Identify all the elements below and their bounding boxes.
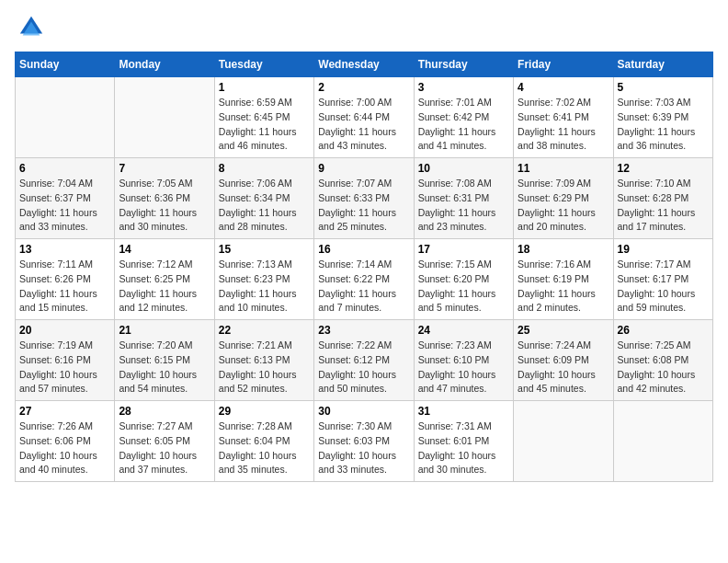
day-info: Sunrise: 7:21 AMSunset: 6:13 PMDaylight:… bbox=[219, 339, 310, 396]
calendar-cell: 16Sunrise: 7:14 AMSunset: 6:22 PMDayligh… bbox=[314, 239, 414, 320]
day-number: 3 bbox=[418, 81, 509, 94]
day-info: Sunrise: 7:15 AMSunset: 6:20 PMDaylight:… bbox=[418, 258, 509, 316]
day-info: Sunrise: 7:08 AMSunset: 6:31 PMDaylight:… bbox=[418, 177, 509, 235]
day-info: Sunrise: 7:13 AMSunset: 6:23 PMDaylight:… bbox=[219, 258, 310, 316]
day-info: Sunrise: 7:05 AMSunset: 6:36 PMDaylight:… bbox=[119, 177, 210, 235]
day-info: Sunrise: 7:26 AMSunset: 6:06 PMDaylight:… bbox=[19, 419, 110, 477]
day-header-sunday: Sunday bbox=[16, 52, 115, 77]
day-info: Sunrise: 7:22 AMSunset: 6:12 PMDaylight:… bbox=[318, 339, 409, 396]
day-number: 10 bbox=[418, 162, 509, 175]
calendar-cell: 1Sunrise: 6:59 AMSunset: 6:45 PMDaylight… bbox=[214, 77, 313, 158]
calendar-cell: 15Sunrise: 7:13 AMSunset: 6:23 PMDayligh… bbox=[214, 239, 313, 320]
day-number: 30 bbox=[318, 405, 409, 418]
calendar-cell: 20Sunrise: 7:19 AMSunset: 6:16 PMDayligh… bbox=[16, 320, 115, 401]
day-header-tuesday: Tuesday bbox=[214, 52, 313, 77]
calendar-cell: 25Sunrise: 7:24 AMSunset: 6:09 PMDayligh… bbox=[514, 320, 613, 401]
calendar-cell: 19Sunrise: 7:17 AMSunset: 6:17 PMDayligh… bbox=[613, 239, 712, 320]
header-row: SundayMondayTuesdayWednesdayThursdayFrid… bbox=[16, 52, 713, 77]
day-number: 9 bbox=[318, 162, 409, 175]
day-number: 28 bbox=[119, 405, 210, 418]
day-info: Sunrise: 7:25 AMSunset: 6:08 PMDaylight:… bbox=[618, 339, 709, 396]
calendar-cell: 29Sunrise: 7:28 AMSunset: 6:04 PMDayligh… bbox=[214, 401, 313, 482]
calendar-cell: 21Sunrise: 7:20 AMSunset: 6:15 PMDayligh… bbox=[115, 320, 214, 401]
day-number: 26 bbox=[618, 324, 709, 337]
day-number: 17 bbox=[418, 243, 509, 256]
calendar-cell: 30Sunrise: 7:30 AMSunset: 6:03 PMDayligh… bbox=[314, 401, 414, 482]
day-info: Sunrise: 7:07 AMSunset: 6:33 PMDaylight:… bbox=[318, 177, 409, 235]
calendar-cell: 5Sunrise: 7:03 AMSunset: 6:39 PMDaylight… bbox=[613, 77, 712, 158]
day-number: 31 bbox=[418, 405, 509, 418]
day-number: 14 bbox=[119, 243, 210, 256]
day-info: Sunrise: 7:27 AMSunset: 6:05 PMDaylight:… bbox=[119, 419, 210, 477]
day-number: 2 bbox=[318, 81, 409, 94]
logo-icon bbox=[18, 15, 44, 40]
calendar-table: SundayMondayTuesdayWednesdayThursdayFrid… bbox=[15, 52, 713, 482]
day-number: 5 bbox=[618, 81, 709, 94]
calendar-cell: 12Sunrise: 7:10 AMSunset: 6:28 PMDayligh… bbox=[613, 158, 712, 239]
day-info: Sunrise: 7:19 AMSunset: 6:16 PMDaylight:… bbox=[19, 339, 110, 396]
day-header-saturday: Saturday bbox=[613, 52, 712, 77]
day-info: Sunrise: 7:31 AMSunset: 6:01 PMDaylight:… bbox=[418, 419, 509, 477]
day-number: 23 bbox=[318, 324, 409, 337]
day-number: 25 bbox=[518, 324, 609, 337]
calendar-cell: 18Sunrise: 7:16 AMSunset: 6:19 PMDayligh… bbox=[514, 239, 613, 320]
calendar-cell: 23Sunrise: 7:22 AMSunset: 6:12 PMDayligh… bbox=[314, 320, 414, 401]
day-number: 29 bbox=[219, 405, 310, 418]
calendar-cell bbox=[16, 77, 115, 158]
week-row-2: 6Sunrise: 7:04 AMSunset: 6:37 PMDaylight… bbox=[16, 158, 713, 239]
day-number: 7 bbox=[119, 162, 210, 175]
week-row-5: 27Sunrise: 7:26 AMSunset: 6:06 PMDayligh… bbox=[16, 401, 713, 482]
calendar-cell bbox=[514, 401, 613, 482]
day-info: Sunrise: 7:04 AMSunset: 6:37 PMDaylight:… bbox=[19, 177, 110, 235]
day-header-wednesday: Wednesday bbox=[314, 52, 414, 77]
day-header-monday: Monday bbox=[115, 52, 214, 77]
day-number: 13 bbox=[19, 243, 110, 256]
day-number: 1 bbox=[219, 81, 310, 94]
week-row-3: 13Sunrise: 7:11 AMSunset: 6:26 PMDayligh… bbox=[16, 239, 713, 320]
calendar-cell: 27Sunrise: 7:26 AMSunset: 6:06 PMDayligh… bbox=[16, 401, 115, 482]
calendar-cell: 3Sunrise: 7:01 AMSunset: 6:42 PMDaylight… bbox=[414, 77, 513, 158]
day-number: 27 bbox=[19, 405, 110, 418]
day-number: 11 bbox=[518, 162, 609, 175]
calendar-cell: 24Sunrise: 7:23 AMSunset: 6:10 PMDayligh… bbox=[414, 320, 513, 401]
day-info: Sunrise: 7:09 AMSunset: 6:29 PMDaylight:… bbox=[518, 177, 609, 235]
day-number: 6 bbox=[19, 162, 110, 175]
day-info: Sunrise: 7:10 AMSunset: 6:28 PMDaylight:… bbox=[618, 177, 709, 235]
day-header-thursday: Thursday bbox=[414, 52, 513, 77]
week-row-1: 1Sunrise: 6:59 AMSunset: 6:45 PMDaylight… bbox=[16, 77, 713, 158]
day-info: Sunrise: 7:28 AMSunset: 6:04 PMDaylight:… bbox=[219, 419, 310, 477]
day-info: Sunrise: 7:16 AMSunset: 6:19 PMDaylight:… bbox=[518, 258, 609, 316]
day-info: Sunrise: 7:23 AMSunset: 6:10 PMDaylight:… bbox=[418, 339, 509, 396]
calendar-cell: 17Sunrise: 7:15 AMSunset: 6:20 PMDayligh… bbox=[414, 239, 513, 320]
day-info: Sunrise: 7:12 AMSunset: 6:25 PMDaylight:… bbox=[119, 258, 210, 316]
day-info: Sunrise: 7:30 AMSunset: 6:03 PMDaylight:… bbox=[318, 419, 409, 477]
calendar-cell bbox=[115, 77, 214, 158]
calendar-cell: 10Sunrise: 7:08 AMSunset: 6:31 PMDayligh… bbox=[414, 158, 513, 239]
day-info: Sunrise: 7:17 AMSunset: 6:17 PMDaylight:… bbox=[618, 258, 709, 316]
day-number: 12 bbox=[618, 162, 709, 175]
logo bbox=[15, 15, 44, 40]
calendar-cell: 2Sunrise: 7:00 AMSunset: 6:44 PMDaylight… bbox=[314, 77, 414, 158]
day-info: Sunrise: 7:01 AMSunset: 6:42 PMDaylight:… bbox=[418, 96, 509, 154]
calendar-cell: 6Sunrise: 7:04 AMSunset: 6:37 PMDaylight… bbox=[16, 158, 115, 239]
day-info: Sunrise: 7:02 AMSunset: 6:41 PMDaylight:… bbox=[518, 96, 609, 154]
day-number: 24 bbox=[418, 324, 509, 337]
day-info: Sunrise: 7:20 AMSunset: 6:15 PMDaylight:… bbox=[119, 339, 210, 396]
day-number: 4 bbox=[518, 81, 609, 94]
calendar-cell: 7Sunrise: 7:05 AMSunset: 6:36 PMDaylight… bbox=[115, 158, 214, 239]
day-info: Sunrise: 7:03 AMSunset: 6:39 PMDaylight:… bbox=[618, 96, 709, 154]
calendar-cell bbox=[613, 401, 712, 482]
day-number: 8 bbox=[219, 162, 310, 175]
calendar-cell: 8Sunrise: 7:06 AMSunset: 6:34 PMDaylight… bbox=[214, 158, 313, 239]
day-number: 20 bbox=[19, 324, 110, 337]
calendar-cell: 11Sunrise: 7:09 AMSunset: 6:29 PMDayligh… bbox=[514, 158, 613, 239]
calendar-cell: 14Sunrise: 7:12 AMSunset: 6:25 PMDayligh… bbox=[115, 239, 214, 320]
day-info: Sunrise: 7:06 AMSunset: 6:34 PMDaylight:… bbox=[219, 177, 310, 235]
calendar-cell: 22Sunrise: 7:21 AMSunset: 6:13 PMDayligh… bbox=[214, 320, 313, 401]
page-header bbox=[15, 15, 713, 40]
day-info: Sunrise: 7:11 AMSunset: 6:26 PMDaylight:… bbox=[19, 258, 110, 316]
day-number: 19 bbox=[618, 243, 709, 256]
day-number: 21 bbox=[119, 324, 210, 337]
calendar-cell: 26Sunrise: 7:25 AMSunset: 6:08 PMDayligh… bbox=[613, 320, 712, 401]
calendar-cell: 4Sunrise: 7:02 AMSunset: 6:41 PMDaylight… bbox=[514, 77, 613, 158]
